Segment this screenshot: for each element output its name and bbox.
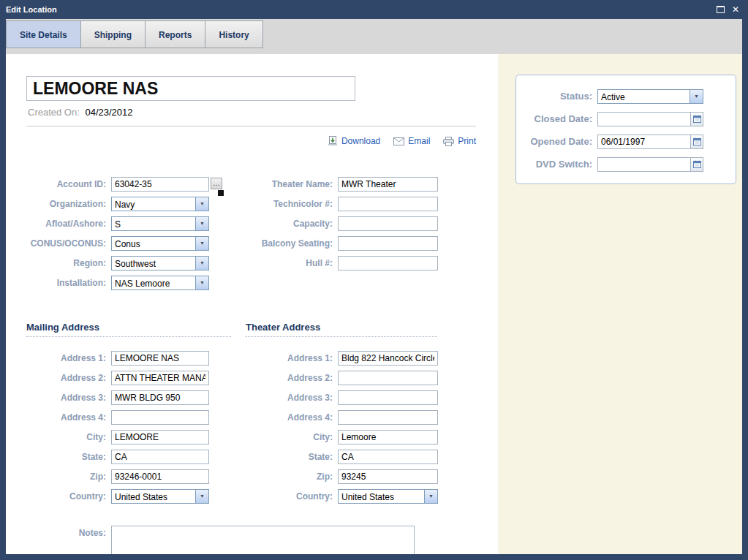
created-on-label: Created On: (28, 107, 80, 118)
dvd-switch-row: DVD Switch: (516, 153, 728, 175)
afloat-ashore-select[interactable]: S▼ (111, 216, 209, 231)
conus-oconus-selected-value: Conus (112, 237, 195, 250)
address-1-row: Address 1: (18, 348, 209, 368)
status-panel: Status:Active▼Closed Date:Opened Date:DV… (515, 75, 736, 184)
state-input[interactable] (338, 450, 438, 464)
tab-reports[interactable]: Reports (145, 20, 205, 48)
chevron-down-icon: ▼ (195, 276, 208, 290)
theater-name-label: Theater Name: (240, 179, 338, 189)
dvd-switch-label: DVD Switch: (516, 159, 597, 170)
print-label: Print (458, 136, 476, 146)
dvd-switch-input[interactable] (597, 157, 691, 172)
address-4-input[interactable] (111, 410, 209, 425)
city-input[interactable] (338, 430, 438, 444)
right-sidebar: Status:Active▼Closed Date:Opened Date:DV… (498, 54, 742, 554)
account-id-label: Account ID: (18, 179, 111, 189)
notes-textarea[interactable] (111, 526, 415, 554)
capacity-input[interactable] (338, 216, 438, 231)
state-row: State: (240, 447, 438, 466)
theater-name-row: Theater Name: (240, 174, 438, 194)
state-input[interactable] (111, 450, 209, 464)
created-on-value: 04/23/2012 (85, 107, 132, 118)
window-title: Edit Location (0, 5, 57, 14)
country-selected-value: United States (339, 490, 424, 503)
email-icon (393, 137, 404, 145)
account-id-input[interactable] (111, 177, 209, 192)
calendar-icon[interactable] (691, 135, 703, 149)
zip-input[interactable] (338, 469, 438, 484)
chevron-down-icon: ▼ (690, 90, 703, 103)
technicolor-row: Technicolor #: (240, 194, 438, 213)
main-content: Created On: 04/23/2012 Download (6, 54, 742, 554)
print-link[interactable]: Print (443, 136, 476, 146)
technicolor-input[interactable] (338, 197, 438, 211)
address-2-input[interactable] (338, 371, 438, 385)
country-label: Country: (18, 491, 111, 502)
country-select[interactable]: United States▼ (338, 489, 438, 504)
divider (26, 126, 476, 126)
address-4-row: Address 4: (240, 407, 438, 427)
region-select[interactable]: Southwest▼ (111, 256, 209, 270)
calendar-icon[interactable] (691, 157, 703, 172)
closed-date-label: Closed Date: (516, 113, 597, 124)
afloat-ashore-label: Afloat/Ashore: (18, 219, 111, 229)
closed-date-input[interactable] (597, 112, 691, 126)
email-link[interactable]: Email (393, 136, 430, 146)
download-label: Download (341, 136, 380, 146)
site-name-input[interactable] (26, 76, 355, 101)
city-label: City: (240, 432, 338, 442)
print-icon (443, 137, 454, 146)
site-details-right-fields: Theater Name:Technicolor #:Capacity:Balc… (240, 174, 438, 273)
tab-history[interactable]: History (205, 20, 262, 48)
restore-icon[interactable] (717, 6, 725, 13)
region-label: Region: (18, 258, 111, 268)
city-label: City: (18, 432, 111, 442)
address-4-input[interactable] (338, 410, 438, 425)
title-bar: Edit Location ✕ (0, 0, 748, 19)
address-2-row: Address 2: (18, 368, 209, 387)
balcony-seating-row: Balcony Seating: (240, 233, 438, 253)
zip-row: Zip: (240, 466, 438, 486)
conus-oconus-select[interactable]: Conus▼ (111, 236, 209, 251)
balcony-seating-input[interactable] (338, 236, 438, 251)
address-3-input[interactable] (111, 390, 209, 405)
address-4-row: Address 4: (18, 407, 209, 427)
address-3-row: Address 3: (240, 387, 438, 407)
region-selected-value: Southwest (112, 257, 195, 270)
installation-select[interactable]: NAS Lemoore▼ (111, 276, 209, 290)
status-select[interactable]: Active▼ (597, 89, 703, 104)
address-1-input[interactable] (338, 351, 438, 366)
organization-label: Organization: (18, 199, 111, 209)
state-label: State: (240, 452, 338, 462)
created-on: Created On: 04/23/2012 (28, 107, 133, 118)
address-3-input[interactable] (338, 390, 438, 405)
download-link[interactable]: Download (328, 136, 380, 146)
status-label: Status: (516, 91, 597, 102)
address-1-input[interactable] (111, 351, 209, 366)
browse-button[interactable]: … (211, 178, 222, 189)
organization-select[interactable]: Navy▼ (111, 197, 209, 211)
city-input[interactable] (111, 430, 209, 444)
theater-name-input[interactable] (338, 177, 438, 192)
hull-input[interactable] (338, 256, 438, 270)
address-2-label: Address 2: (18, 373, 111, 383)
address-3-label: Address 3: (18, 393, 111, 403)
capacity-row: Capacity: (240, 213, 438, 233)
tab-site-details[interactable]: Site Details (6, 20, 81, 48)
chevron-down-icon: ▼ (424, 490, 437, 503)
opened-date-input[interactable] (597, 135, 691, 149)
country-row: Country:United States▼ (18, 486, 209, 506)
calendar-icon[interactable] (691, 112, 703, 126)
address-2-input[interactable] (111, 371, 209, 385)
edit-location-window: Edit Location ✕ Site Details Shipping Re… (0, 0, 748, 560)
afloat-ashore-selected-value: S (112, 217, 195, 230)
close-icon[interactable]: ✕ (732, 5, 739, 14)
chevron-down-icon: ▼ (195, 490, 208, 503)
country-select[interactable]: United States▼ (111, 489, 209, 504)
action-links: Download Email (328, 136, 476, 146)
download-icon (328, 136, 338, 146)
tab-strip: Site Details Shipping Reports History (6, 19, 742, 54)
zip-input[interactable] (111, 469, 209, 484)
tab-shipping[interactable]: Shipping (80, 20, 146, 48)
state-label: State: (18, 452, 111, 462)
